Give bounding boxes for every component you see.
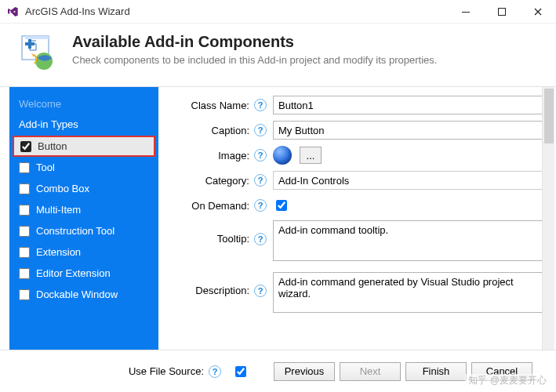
maximize-button[interactable] (484, 0, 520, 24)
svg-rect-5 (25, 42, 35, 45)
addin-wizard-icon (17, 33, 58, 74)
minimize-button[interactable] (448, 0, 484, 24)
help-icon[interactable]: ? (254, 124, 267, 136)
watermark-text: 知乎 @麦麦要开心 (465, 374, 550, 387)
category-input[interactable] (273, 171, 543, 190)
sidebar-item-label: Editor Extension (36, 267, 111, 279)
use-file-source-checkbox[interactable] (235, 366, 246, 377)
page-title: Available Add-in Components (72, 33, 437, 51)
label-description: Description: (176, 272, 254, 296)
label-image: Image: (176, 150, 254, 162)
description-textarea[interactable]: Add-in command generated by Visual Studi… (273, 272, 543, 313)
addin-type-checkbox[interactable] (20, 141, 31, 152)
label-caption: Caption: (176, 125, 254, 136)
tooltip-textarea[interactable]: Add-in command tooltip. (273, 220, 543, 261)
class-name-input[interactable] (273, 96, 543, 114)
sidebar-item-construction-tool[interactable]: Construction Tool (9, 220, 158, 241)
help-icon[interactable]: ? (254, 233, 267, 245)
addin-type-checkbox[interactable] (19, 183, 30, 194)
help-icon[interactable]: ? (209, 365, 221, 378)
help-icon[interactable]: ? (254, 149, 267, 162)
page-subtitle: Check components to be included in this … (72, 54, 437, 66)
sidebar-item-tool[interactable]: Tool (9, 157, 158, 178)
sidebar-item-label: Multi-Item (36, 204, 81, 216)
window-buttons (448, 0, 556, 24)
addin-type-checkbox[interactable] (19, 268, 30, 279)
titlebar: ArcGIS Add-Ins Wizard (0, 0, 556, 24)
help-icon[interactable]: ? (254, 199, 267, 212)
next-button[interactable]: Next (340, 362, 401, 381)
previous-button[interactable]: Previous (274, 362, 335, 381)
wizard-content: Welcome Add-in Types ButtonToolCombo Box… (0, 87, 556, 358)
help-icon[interactable]: ? (254, 285, 267, 297)
sidebar-item-label: Tool (36, 162, 55, 173)
browse-image-button[interactable]: ... (300, 147, 322, 164)
sidebar-item-combo-box[interactable]: Combo Box (9, 178, 158, 199)
sidebar-item-label: Button (38, 140, 67, 152)
sidebar: Welcome Add-in Types ButtonToolCombo Box… (9, 87, 158, 358)
label-category: Category: (176, 175, 254, 187)
image-preview-icon (273, 146, 292, 165)
help-icon[interactable]: ? (254, 174, 267, 187)
window-title: ArcGIS Add-Ins Wizard (25, 5, 448, 17)
addin-type-checkbox[interactable] (19, 247, 30, 258)
addin-type-list: ButtonToolCombo BoxMulti-ItemConstructio… (9, 134, 158, 307)
sidebar-item-dockable-window[interactable]: Dockable Window (9, 284, 158, 305)
addin-type-checkbox[interactable] (19, 226, 30, 237)
finish-button[interactable]: Finish (405, 362, 467, 381)
label-class-name: Class Name: (176, 100, 254, 111)
sidebar-item-editor-extension[interactable]: Editor Extension (9, 263, 158, 284)
svg-rect-0 (462, 12, 470, 13)
sidebar-item-label: Construction Tool (36, 225, 114, 237)
sidebar-section-addin-types: Add-in Types (9, 114, 158, 134)
label-tooltip: Tooltip: (176, 220, 254, 245)
sidebar-item-label: Dockable Window (36, 289, 118, 300)
help-icon[interactable]: ? (254, 99, 267, 111)
caption-input[interactable] (273, 121, 543, 140)
ondemand-checkbox[interactable] (276, 200, 287, 211)
addin-type-checkbox[interactable] (19, 162, 30, 173)
svg-rect-3 (25, 36, 49, 39)
sidebar-item-label: Extension (36, 246, 81, 258)
sidebar-item-multi-item[interactable]: Multi-Item (9, 199, 158, 220)
svg-rect-1 (499, 8, 506, 15)
sidebar-item-extension[interactable]: Extension (9, 241, 158, 263)
properties-form: Class Name: ? Caption: ? Image: ? ... Ca… (158, 87, 556, 358)
label-use-file-source: Use File Source: (129, 365, 204, 377)
wizard-header: Available Add-in Components Check compon… (0, 24, 556, 87)
visual-studio-icon (6, 5, 19, 18)
close-button[interactable] (520, 0, 556, 24)
addin-type-checkbox[interactable] (19, 205, 30, 216)
form-scrollbar[interactable] (542, 87, 554, 358)
sidebar-item-button[interactable]: Button (13, 136, 155, 157)
sidebar-tab-welcome[interactable]: Welcome (9, 95, 158, 114)
addin-type-checkbox[interactable] (19, 289, 30, 300)
sidebar-item-label: Combo Box (36, 183, 89, 194)
label-ondemand: On Demand: (176, 200, 254, 212)
